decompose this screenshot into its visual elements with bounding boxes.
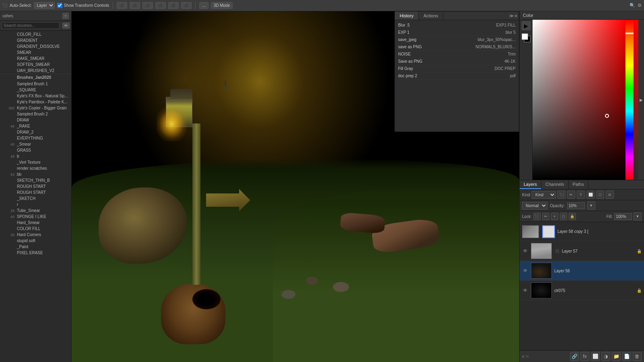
brush-item-3[interactable]: SMEAR xyxy=(0,49,71,56)
brush-item-19[interactable]: GRASS xyxy=(0,147,71,153)
brush-item-11[interactable]: Kyle's Paintbox - Palette K... xyxy=(0,99,71,105)
history-row-5[interactable]: Save as PNG4K-1K xyxy=(396,58,517,65)
auto-select-dropdown[interactable]: Layer xyxy=(34,2,55,9)
color-tool-1[interactable]: ▶ xyxy=(522,21,530,30)
history-row-4[interactable]: NOISETrim xyxy=(396,51,517,58)
panel-collapse-btn[interactable]: ≫ xyxy=(509,13,514,19)
brushes-collapse-btn[interactable]: − xyxy=(62,13,69,19)
brush-search-input[interactable] xyxy=(2,22,60,29)
more-btn[interactable]: ... xyxy=(199,2,208,9)
brush-item-9[interactable]: _SQUARE xyxy=(0,87,71,93)
settings-icon[interactable]: ⚙ xyxy=(638,3,642,8)
layer-row-58copy3[interactable]: Layer 58 copy 3 [ xyxy=(520,222,644,241)
brush-item-31[interactable]: Hard_Smear xyxy=(0,220,71,226)
canvas-area[interactable]: History Actions ≫ ≡ Blur .5EXP1 FILLEXP … xyxy=(72,11,519,362)
layer-visibility-57[interactable]: 👁 xyxy=(522,248,528,254)
brush-item-33[interactable]: 30Hard Corners xyxy=(0,232,71,238)
new-group-btn[interactable]: 📁 xyxy=(612,352,621,361)
brush-item-21[interactable]: _Vert Texture xyxy=(0,159,71,165)
shape-icon-btn[interactable]: ⬜ xyxy=(586,191,594,199)
brush-item-36[interactable]: PIXEL ERASE xyxy=(0,250,71,256)
history-row-7[interactable]: doc prep 2pdf xyxy=(396,72,517,80)
alpha-bar[interactable] xyxy=(634,20,638,180)
filter-icon-btn[interactable]: ⊘ xyxy=(606,191,614,199)
brush-item-34[interactable]: stupid soft xyxy=(0,238,71,244)
brush-item-26[interactable]: ROUGH START xyxy=(0,189,71,195)
align-top-btn[interactable]: ⬛ xyxy=(117,2,127,9)
kind-dropdown[interactable]: Kind xyxy=(532,191,556,199)
align-left-btn[interactable]: ⬛ xyxy=(155,2,166,9)
brush-item-29[interactable]: 29Tube_Smear xyxy=(0,208,71,214)
add-mask-btn[interactable]: ⬜ xyxy=(591,352,600,361)
expand-color-btn[interactable]: ▶ xyxy=(638,20,644,180)
brush-item-25[interactable]: ROUGH START xyxy=(0,183,71,189)
brush-item-0[interactable]: COLOR_FILL xyxy=(0,31,71,37)
history-row-0[interactable]: Blur .5EXP1 FILL xyxy=(396,22,517,29)
brush-item-24[interactable]: SKETCH_THIN_B xyxy=(0,177,71,183)
brush-item-2[interactable]: GRADIENT_DISSOLVE xyxy=(0,43,71,49)
brush-item-10[interactable]: Kyle's FX Box - Natural Sp... xyxy=(0,93,71,99)
new-layer-btn[interactable]: 📄 xyxy=(622,352,631,361)
brush-item-15[interactable]: 46_RAKE xyxy=(0,123,71,129)
brush-item-7[interactable]: Brushes_Jan2020 xyxy=(0,74,71,81)
align-center-btn[interactable]: ⬛ xyxy=(130,2,140,9)
brush-item-14[interactable]: DRAW xyxy=(0,117,71,123)
history-tab[interactable]: History xyxy=(395,12,419,20)
color-gradient-box[interactable] xyxy=(533,20,625,180)
type-icon-btn[interactable]: T xyxy=(577,191,585,199)
distribute-btn[interactable]: ⬛ xyxy=(168,2,179,9)
lock-all-btn[interactable]: 🔒 xyxy=(569,213,576,220)
show-transform-checkbox[interactable] xyxy=(57,3,62,8)
edit-brush-btn[interactable]: ✏ xyxy=(62,23,70,29)
align-right-btn[interactable]: ⬛ xyxy=(181,2,192,9)
delete-layer-btn[interactable]: 🗑 xyxy=(633,352,642,361)
brush-item-8[interactable]: Sampled Brush 1 xyxy=(0,81,71,87)
search-icon[interactable]: 🔍 xyxy=(630,3,635,8)
color-hue-bar[interactable] xyxy=(625,20,634,180)
layers-tab[interactable]: Layers xyxy=(520,180,541,189)
align-bottom-btn[interactable]: ⬛ xyxy=(142,2,153,9)
brush-item-1[interactable]: GRADIENT xyxy=(0,37,71,43)
smartobj-icon-btn[interactable]: ⬡ xyxy=(596,191,604,199)
brush-item-12[interactable]: 300Kyle's Copier - Bigger Grain xyxy=(0,105,71,111)
lock-image-btn[interactable]: ✏ xyxy=(542,213,549,220)
actions-tab[interactable]: Actions xyxy=(419,12,443,20)
blend-mode-dropdown[interactable]: Normal xyxy=(522,202,547,210)
paths-tab[interactable]: Paths xyxy=(569,180,588,189)
brush-item-28[interactable]: r xyxy=(0,202,71,208)
new-fill-btn[interactable]: ◑ xyxy=(601,352,610,361)
link-layers-btn[interactable]: 🔗 xyxy=(570,352,579,361)
history-row-1[interactable]: EXP 1blur 5 xyxy=(396,29,517,36)
brush-item-27[interactable]: _SKETCH xyxy=(0,195,71,202)
add-style-btn[interactable]: fx xyxy=(580,352,589,361)
opacity-input[interactable] xyxy=(567,202,585,209)
brush-item-30[interactable]: 40SPONGE I LIKE xyxy=(0,214,71,220)
brush-item-35[interactable]: _Paint xyxy=(0,244,71,250)
fill-input[interactable] xyxy=(614,213,632,220)
layer-row-clr075[interactable]: 👁 clr075 🔒 xyxy=(520,281,644,300)
3d-mode-btn[interactable]: 3D Mode xyxy=(211,2,233,9)
layer-visibility-56[interactable]: 👁 xyxy=(522,268,528,274)
brush-item-22[interactable]: render scratches xyxy=(0,165,71,171)
fill-flyout-btn[interactable]: ▼ xyxy=(634,212,642,220)
channels-tab[interactable]: Channels xyxy=(541,180,568,189)
lock-pixels-btn[interactable]: ⬛ xyxy=(533,213,541,220)
history-row-3[interactable]: save as PNGNORMALS_BLUR/S... xyxy=(396,43,517,51)
brush-item-17[interactable]: EVERYTHING xyxy=(0,135,71,141)
brush-item-18[interactable]: 40_Smear xyxy=(0,141,71,147)
layer-row-56[interactable]: 👁 Layer 56 xyxy=(520,261,644,281)
brush-item-23[interactable]: 54bb xyxy=(0,171,71,177)
brush-item-20[interactable]: 49b xyxy=(0,153,71,159)
lock-position-btn[interactable]: + xyxy=(551,213,558,220)
pixel-icon-btn[interactable]: ⬛ xyxy=(557,191,566,199)
brush-item-4[interactable]: RAKE_SMEAR xyxy=(0,56,71,62)
opacity-flyout-btn[interactable]: ▼ xyxy=(587,202,595,210)
adjustment-icon-btn[interactable]: ✏ xyxy=(567,191,575,199)
brush-item-16[interactable]: DRAW_2 xyxy=(0,129,71,135)
brush-item-6[interactable]: UAH_BRUSHES_V2 xyxy=(0,68,71,74)
panel-menu-btn[interactable]: ≡ xyxy=(515,13,517,18)
brush-item-13[interactable]: Sampled Brush 2 xyxy=(0,111,71,117)
history-row-2[interactable]: save_jpegblur_3px_50%opac... xyxy=(396,36,517,43)
brush-item-5[interactable]: SOFTEN_SMEAR xyxy=(0,62,71,68)
fg-color-swatch[interactable] xyxy=(522,33,528,40)
